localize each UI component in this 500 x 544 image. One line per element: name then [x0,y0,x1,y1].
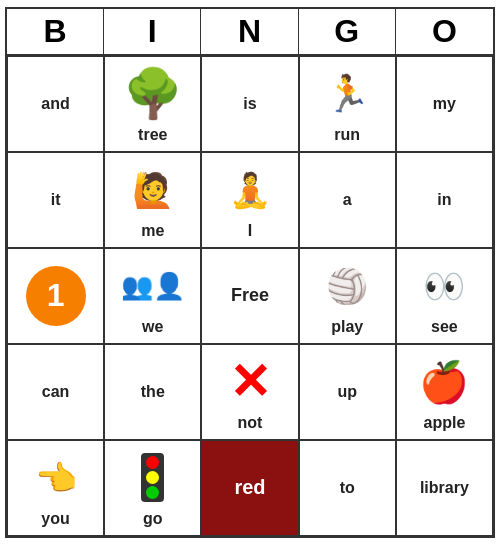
cell-r1-c3: a [299,152,396,248]
cell-r0-c0: and [7,56,104,152]
cell-image: 👈 [21,448,91,508]
cell-r0-c4: my [396,56,493,152]
bingo-header: BINGO [7,9,493,56]
cell-label: to [340,479,355,497]
cell-image: 🏐 [312,256,382,316]
cell-r0-c3: 🏃 run [299,56,396,152]
header-letter: B [7,9,104,54]
circle-one: 1 [26,266,86,326]
sit-icon: 🧘 [229,173,271,207]
eyes-icon: 👀 [423,269,465,303]
cell-label: my [433,95,456,113]
traffic-light-icon [141,453,164,502]
cell-label: up [337,383,357,401]
cell-r0-c2: is [201,56,298,152]
cell-label: is [243,95,256,113]
cell-image: 🍎 [409,352,479,412]
cell-r4-c2: red [201,440,298,536]
cell-label: apple [423,414,465,432]
cell-label: can [42,383,70,401]
cell-label: a [343,191,352,209]
cell-label: and [41,95,69,113]
cell-label: it [51,191,61,209]
play-icon: 🏐 [326,269,368,303]
free-label: Free [231,285,269,306]
red-bg: red [202,441,297,535]
cell-image [118,448,188,508]
run-icon: 🏃 [325,76,370,112]
cell-label: library [420,479,469,497]
cell-image: 🌳 [118,64,188,124]
cell-r3-c3: up [299,344,396,440]
cell-r3-c2: ✕ not [201,344,298,440]
cell-r1-c2: 🧘 I [201,152,298,248]
cell-label: we [142,318,163,336]
cell-label: I [248,222,252,240]
cell-label: go [143,510,163,528]
cell-label: see [431,318,458,336]
bingo-grid: and 🌳 tree is 🏃 run myit 🙋 me 🧘 I ain1 👥… [7,56,493,536]
cell-r4-c1: go [104,440,201,536]
cell-r2-c1: 👥👤 we [104,248,201,344]
header-letter: G [299,9,396,54]
cell-label: you [41,510,69,528]
cell-label: not [238,414,263,432]
header-letter: I [104,9,201,54]
redx-icon: ✕ [229,357,271,407]
header-letter: N [201,9,298,54]
cell-label: the [141,383,165,401]
cell-r2-c2: Free [201,248,298,344]
header-letter: O [396,9,493,54]
cell-r1-c4: in [396,152,493,248]
people-icon: 👥👤 [121,273,185,299]
cell-r1-c1: 🙋 me [104,152,201,248]
cell-r3-c4: 🍎 apple [396,344,493,440]
cell-image: 🏃 [312,64,382,124]
cell-r4-c4: library [396,440,493,536]
cell-label: tree [138,126,167,144]
me-icon: 🙋 [132,173,174,207]
cell-r2-c0: 1 [7,248,104,344]
bingo-card: BINGO and 🌳 tree is 🏃 run myit 🙋 me 🧘 I … [5,7,495,538]
cell-r2-c4: 👀 see [396,248,493,344]
cell-image: 🧘 [215,160,285,220]
tree-icon: 🌳 [123,70,183,118]
cell-label: me [141,222,164,240]
apple-icon: 🍎 [419,362,469,402]
cell-label: play [331,318,363,336]
cell-r1-c0: it [7,152,104,248]
cell-r3-c0: can [7,344,104,440]
cell-image: 👀 [409,256,479,316]
cell-image: 🙋 [118,160,188,220]
cell-image: ✕ [215,352,285,412]
cell-r2-c3: 🏐 play [299,248,396,344]
cell-r4-c0: 👈 you [7,440,104,536]
cell-r4-c3: to [299,440,396,536]
cell-r0-c1: 🌳 tree [104,56,201,152]
cell-label: in [437,191,451,209]
cell-image: 👥👤 [118,256,188,316]
cell-r3-c1: the [104,344,201,440]
cell-label: run [334,126,360,144]
hand-icon: 👈 [35,461,77,495]
